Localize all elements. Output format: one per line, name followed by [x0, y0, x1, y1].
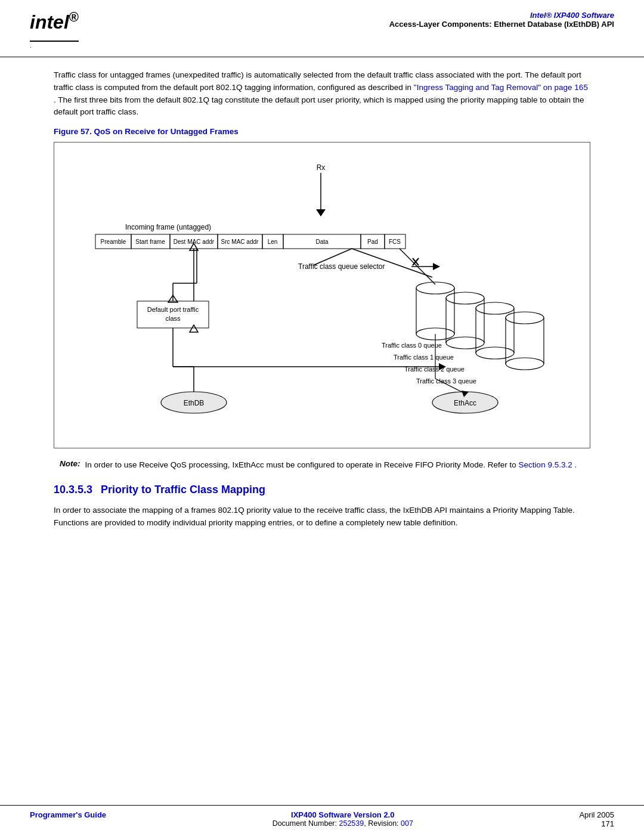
svg-text:Traffic class 3 queue: Traffic class 3 queue [416, 377, 476, 385]
footer-revision-pre: , Revision: [364, 819, 401, 828]
footer-doc-number: Document Number: 252539, Revision: 007 [273, 819, 413, 828]
svg-text:Rx: Rx [317, 163, 326, 172]
svg-point-42 [476, 302, 514, 314]
header-right: Intel® IXP400 Software Access-Layer Comp… [389, 11, 614, 29]
section-heading: 10.3.5.3 Priority to Traffic Class Mappi… [54, 484, 590, 496]
svg-text:EthDB: EthDB [184, 399, 205, 407]
intro-text-part2: . The first three bits from the default … [54, 95, 584, 117]
section-link[interactable]: Section 9.5.3.2 [519, 460, 572, 469]
ingress-tagging-link[interactable]: "Ingress Tagging and Tag Removal" on pag… [414, 83, 588, 92]
note-section: Note: In order to use Receive QoS proces… [54, 459, 590, 471]
svg-text:Pad: Pad [367, 239, 378, 245]
svg-text:EthAcc: EthAcc [454, 399, 476, 407]
figure-caption: Figure 57. QoS on Receive for Untagged F… [54, 127, 590, 136]
svg-text:Start frame: Start frame [135, 239, 165, 245]
section-paragraph: In order to associate the mapping of a f… [54, 504, 590, 529]
svg-marker-61 [190, 325, 198, 332]
page-footer: Programmer's Guide IXP400 Software Versi… [0, 805, 644, 833]
header-product-name: Intel® IXP400 Software [389, 11, 614, 20]
footer-doc-num-link[interactable]: 252539 [339, 819, 364, 828]
svg-point-41 [446, 337, 484, 349]
qos-diagram: Rx Incoming frame (untagged) Preamble St… [54, 142, 590, 448]
section-number: 10.3.5.3 [54, 484, 92, 496]
footer-date: April 2005 [579, 810, 614, 819]
footer-programmers-guide: Programmer's Guide [30, 810, 106, 819]
svg-text:Len: Len [268, 239, 278, 245]
footer-software-version: IXP400 Software Version 2.0 [273, 810, 413, 819]
footer-doc-pre: Document Number: [273, 819, 339, 828]
svg-text:Default port traffic: Default port traffic [147, 306, 199, 313]
main-content: Traffic class for untagged frames (unexp… [0, 57, 644, 550]
svg-text:Preamble: Preamble [101, 239, 126, 245]
svg-point-38 [446, 292, 484, 304]
svg-marker-2 [316, 209, 326, 216]
footer-page-number: 171 [579, 819, 614, 828]
note-text-content: In order to use Receive QoS processing, … [85, 460, 516, 469]
footer-center: IXP400 Software Version 2.0 Document Num… [273, 810, 413, 828]
svg-text:Src MAC addr: Src MAC addr [221, 239, 259, 245]
svg-text:FCS: FCS [389, 239, 401, 245]
footer-revision-link[interactable]: 007 [401, 819, 413, 828]
note-label: Note: [60, 459, 80, 468]
qos-diagram-svg: Rx Incoming frame (untagged) Preamble St… [78, 152, 566, 438]
page-header: intel® . Intel® IXP400 Software Access-L… [0, 0, 644, 57]
intro-paragraph: Traffic class for untagged frames (unexp… [54, 69, 590, 119]
svg-text:Traffic class queue selector: Traffic class queue selector [298, 262, 385, 271]
note-text: In order to use Receive QoS processing, … [85, 459, 577, 471]
svg-text:Traffic class 1 queue: Traffic class 1 queue [394, 354, 454, 361]
section-title: Priority to Traffic Class Mapping [95, 484, 265, 496]
footer-right: April 2005 171 [579, 810, 614, 828]
svg-point-45 [476, 347, 514, 359]
svg-text:Incoming frame (untagged): Incoming frame (untagged) [125, 223, 211, 231]
header-document-title: Access-Layer Components: Ethernet Databa… [389, 20, 614, 29]
intel-logo: intel® . [30, 11, 79, 51]
svg-text:Data: Data [315, 239, 329, 245]
svg-point-49 [506, 358, 544, 370]
note-text-end: . [574, 460, 577, 469]
svg-text:class: class [165, 315, 181, 322]
svg-point-46 [506, 312, 544, 324]
svg-text:Traffic class 0 queue: Traffic class 0 queue [382, 342, 442, 349]
svg-marker-22 [433, 263, 440, 270]
